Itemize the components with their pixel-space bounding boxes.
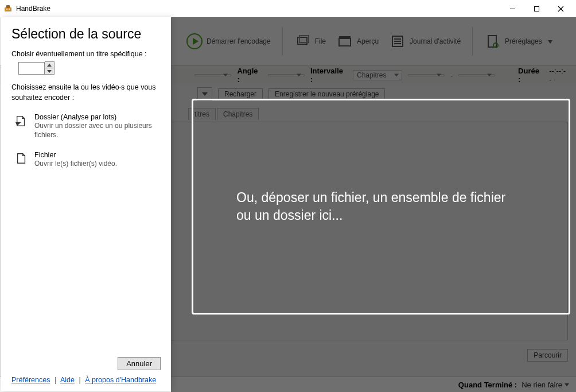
preferences-link[interactable]: Préférences xyxy=(11,376,50,384)
interval-type-dropdown[interactable]: Chapitres xyxy=(353,70,402,80)
drop-zone-line1: Ou, déposer un fichier, un ensemble de f… xyxy=(236,190,505,205)
when-done-dropdown[interactable]: Ne rien faire xyxy=(521,381,569,389)
presets-icon xyxy=(484,33,501,50)
file-label: File xyxy=(315,37,326,45)
drop-zone-line2: ou un dossier ici... xyxy=(236,208,343,223)
help-link[interactable]: Aide xyxy=(60,376,75,384)
duration-label: Durée : xyxy=(518,67,543,84)
reload-preset-button[interactable]: Recharger xyxy=(218,88,263,100)
app-icon xyxy=(3,4,13,13)
interval-label: Intervalle : xyxy=(310,67,347,84)
activity-log-button[interactable]: Journal d'activité xyxy=(387,33,463,50)
window-maximize-button[interactable] xyxy=(524,0,548,17)
start-encode-label: Démarrer l'encodage xyxy=(207,37,271,45)
preview-label: Aperçu xyxy=(357,37,379,45)
title-number-down[interactable] xyxy=(45,68,54,74)
drop-zone[interactable]: Ou, déposer un fichier, un ensemble de f… xyxy=(192,99,570,315)
preview-button[interactable]: Aperçu xyxy=(334,33,381,50)
queue-file-button[interactable]: File xyxy=(292,33,328,50)
angle-label: Angle : xyxy=(237,67,262,84)
panel-hint-2: Choisissez ensuite la ou les vidéo·s que… xyxy=(11,83,161,103)
drop-zone-message: Ou, déposer un fichier, un ensemble de f… xyxy=(193,189,528,224)
save-preset-button[interactable]: Enregistrer le nouveau préréglage xyxy=(268,88,385,100)
play-icon xyxy=(186,33,203,50)
panel-hint: Choisir éventuellement un titre spécifiq… xyxy=(11,50,161,58)
title-number-spinner[interactable] xyxy=(18,61,161,75)
svg-marker-20 xyxy=(548,40,552,44)
browse-button[interactable]: Parcourir xyxy=(527,349,568,362)
open-folder-title: Dossier (Analyse par lots) xyxy=(34,113,158,121)
title-dropdown[interactable] xyxy=(194,74,231,76)
panel-footer-links: Préférences | Aide | À propos d'Handbrak… xyxy=(1,376,171,391)
open-folder-option[interactable]: Dossier (Analyse par lots) Ouvrir un dos… xyxy=(11,110,161,143)
presets-button[interactable]: Préréglages xyxy=(482,33,555,50)
list-icon xyxy=(389,33,406,50)
when-done-value: Ne rien faire xyxy=(521,381,562,389)
interval-end-dropdown[interactable] xyxy=(458,74,495,76)
folder-icon xyxy=(14,113,29,139)
interval-dash: - xyxy=(450,71,453,80)
title-number-input[interactable] xyxy=(18,62,45,75)
open-file-desc: Ouvrir le(s) fichier(s) vidéo. xyxy=(34,159,117,168)
open-folder-desc: Ouvrir un dossier avec un ou plusieurs f… xyxy=(34,121,158,139)
when-done-label: Quand Terminé : xyxy=(458,381,517,389)
svg-rect-18 xyxy=(488,36,496,47)
start-encode-button[interactable]: Démarrer l'encodage xyxy=(184,33,273,50)
stack-icon xyxy=(294,33,312,50)
angle-dropdown[interactable] xyxy=(268,74,305,76)
file-icon xyxy=(14,151,29,168)
interval-start-dropdown[interactable] xyxy=(408,74,445,76)
svg-rect-0 xyxy=(5,7,11,11)
cancel-button[interactable]: Annuler xyxy=(118,357,161,370)
svg-rect-13 xyxy=(339,36,351,38)
chevron-down-icon xyxy=(548,37,552,45)
about-link[interactable]: À propos d'Handbrake xyxy=(85,376,156,384)
svg-point-3 xyxy=(9,9,10,10)
svg-rect-5 xyxy=(534,6,539,11)
window-minimize-button[interactable] xyxy=(500,0,524,17)
source-selection-panel: Sélection de la source Choisir éventuell… xyxy=(1,17,171,391)
svg-point-2 xyxy=(6,9,7,10)
presets-label: Préréglages xyxy=(505,37,542,45)
clapper-icon xyxy=(336,33,353,50)
window-title: HandBrake xyxy=(16,5,500,13)
open-file-title: Fichier xyxy=(34,151,117,159)
duration-value: --:--:-- xyxy=(549,67,568,84)
svg-rect-12 xyxy=(339,38,351,46)
titlebar: HandBrake xyxy=(0,0,576,18)
activity-log-label: Journal d'activité xyxy=(410,37,461,45)
window-close-button[interactable] xyxy=(548,0,573,17)
svg-marker-9 xyxy=(193,38,199,45)
panel-heading: Sélection de la source xyxy=(11,26,161,42)
title-number-up[interactable] xyxy=(45,62,54,68)
svg-rect-1 xyxy=(6,5,10,8)
open-file-option[interactable]: Fichier Ouvrir le(s) fichier(s) vidéo. xyxy=(11,148,161,172)
